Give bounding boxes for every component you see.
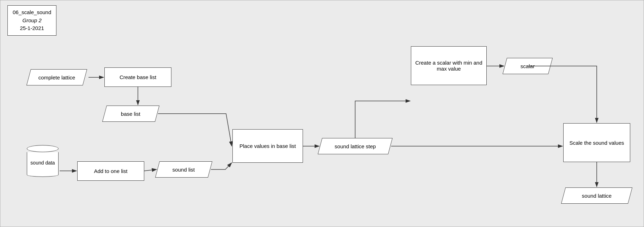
info-group: Group 2 xyxy=(13,17,51,25)
cylinder-bottom-cap xyxy=(27,173,59,177)
create-base-list-node: Create base list xyxy=(104,67,171,87)
cylinder-top xyxy=(27,145,59,152)
sound-list-node: sound list xyxy=(155,161,212,178)
scale-sound-values-node: Scale the sound values xyxy=(563,123,630,162)
create-scalar-node: Create a scalar with min and max value xyxy=(411,46,487,85)
cylinder-body: sound data xyxy=(27,152,59,173)
base-list-node: base list xyxy=(102,106,159,122)
sound-lattice-node: sound lattice xyxy=(561,187,632,204)
arrow-soundlist-to-placevalues xyxy=(211,163,232,169)
arrow-scalar-to-scale xyxy=(528,66,597,123)
arrow-baselist-to-placevalues xyxy=(158,114,232,146)
info-box: 06_scale_sound Group 2 25-1-2021 xyxy=(7,5,56,36)
sound-data-node: sound data xyxy=(27,145,59,177)
add-to-one-list-node: Add to one list xyxy=(77,161,144,181)
arrow-soundlatticestep-to-createscalar xyxy=(355,101,410,138)
complete-lattice-node: complete lattice xyxy=(26,69,87,85)
sound-lattice-step-node: sound lattice step xyxy=(318,138,393,154)
scalar-node: scalar xyxy=(503,58,553,74)
place-values-node: Place values in base list xyxy=(232,129,303,163)
main-canvas: 06_scale_sound Group 2 25-1-2021 complet… xyxy=(0,0,644,227)
arrows-svg xyxy=(0,0,644,227)
info-date: 25-1-2021 xyxy=(13,24,51,32)
arrow-addtoone-to-soundlist xyxy=(144,169,157,171)
info-title: 06_scale_sound xyxy=(13,8,51,17)
